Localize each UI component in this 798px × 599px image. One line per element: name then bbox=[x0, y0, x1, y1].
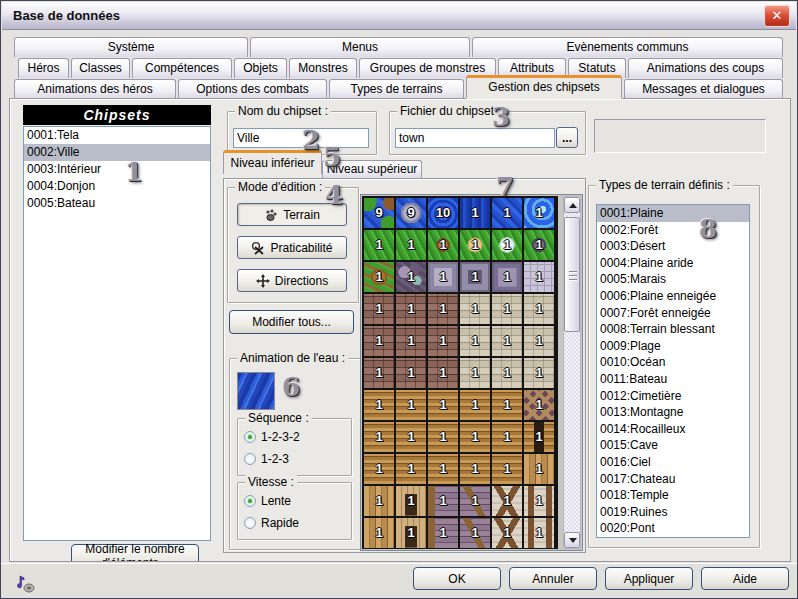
list-item-0009-plage[interactable]: 0009:Plage bbox=[597, 338, 749, 355]
list-item-0003-desert[interactable]: 0003:Désert bbox=[597, 238, 749, 255]
palette-tile-wood[interactable]: 1 bbox=[492, 454, 522, 484]
tab-options-des-combats[interactable]: Options des combats bbox=[178, 79, 327, 98]
tab-classes[interactable]: Classes bbox=[71, 58, 130, 78]
palette-tile-wood[interactable]: 1 bbox=[460, 422, 490, 452]
list-item-0012-cimetiere[interactable]: 0012:Cimetière bbox=[597, 388, 749, 405]
palette-tile-grass[interactable]: 1 bbox=[364, 230, 394, 260]
palette-tile-wood[interactable]: 1 bbox=[364, 390, 394, 420]
palette-tile-pave-gray[interactable]: 1 bbox=[428, 262, 458, 292]
palette-tile-wood[interactable]: 1 bbox=[460, 390, 490, 420]
tab-objets[interactable]: Objets bbox=[234, 58, 287, 78]
palette-tile-stone-light[interactable]: 1 bbox=[460, 358, 490, 388]
palette-tile-stone-light[interactable]: 1 bbox=[524, 294, 554, 324]
palette-tile-stone-light[interactable]: 1 bbox=[460, 294, 490, 324]
palette-tile-wood[interactable]: 1 bbox=[460, 454, 490, 484]
list-item-0001-plaine[interactable]: 0001:Plaine bbox=[597, 205, 749, 222]
list-item-0007-foret-enneigee[interactable]: 0007:Forêt enneigée bbox=[597, 305, 749, 322]
tab-systeme[interactable]: Système bbox=[14, 37, 248, 57]
radio-sequence-1-2-3-2[interactable]: 1-2-3-2 bbox=[244, 430, 300, 444]
palette-tile-brick-violet2[interactable]: 1 bbox=[460, 486, 490, 516]
palette-tile-wood[interactable]: 1 bbox=[364, 422, 394, 452]
list-item-0004-donjon[interactable]: 0004:Donjon bbox=[24, 178, 210, 195]
palette-tile-water-swirl[interactable]: 1 bbox=[524, 198, 554, 228]
list-item-0002-foret[interactable]: 0002:Forêt bbox=[597, 222, 749, 239]
palette-tile-water-pier[interactable]: 9 bbox=[396, 198, 426, 228]
palette-tile-plank-door[interactable]: 1 bbox=[396, 486, 426, 516]
palette-tile-stucco-beam[interactable]: 1 bbox=[524, 518, 554, 548]
scrollbar-thumb[interactable] bbox=[564, 217, 580, 332]
tab-gestion-des-chipsets[interactable]: Gestion des chipsets bbox=[466, 75, 622, 98]
palette-tile-stone-light[interactable]: 1 bbox=[460, 326, 490, 356]
palette-tile-pave-light[interactable]: 1 bbox=[524, 262, 554, 292]
list-item-0010-ocean[interactable]: 0010:Océan bbox=[597, 354, 749, 371]
tab-animations-des-heros[interactable]: Animations des héros bbox=[14, 79, 176, 98]
directions-mode-button[interactable]: Directions bbox=[237, 269, 347, 292]
tab-evenements-communs[interactable]: Evènements communs bbox=[472, 37, 783, 57]
palette-tile-wood[interactable]: 1 bbox=[428, 454, 458, 484]
palette-tile-wood-gap[interactable]: 1 bbox=[524, 422, 554, 452]
list-item-0008-terrain-blessant[interactable]: 0008:Terrain blessant bbox=[597, 321, 749, 338]
palette-scrollbar[interactable] bbox=[563, 196, 581, 549]
palette-tile-stone-light[interactable]: 1 bbox=[492, 294, 522, 324]
palette-tile-brick-violet2[interactable]: 1 bbox=[460, 518, 490, 548]
palette-tile-wood[interactable]: 1 bbox=[396, 454, 426, 484]
scroll-down-button[interactable] bbox=[564, 532, 580, 548]
palette-tile-brick-brown[interactable]: 1 bbox=[396, 294, 426, 324]
palette-tile-wood[interactable]: 1 bbox=[364, 454, 394, 484]
palette-tile-brick-violet[interactable]: 1 bbox=[428, 486, 458, 516]
tab-niveau-superieur[interactable]: Niveau supérieur bbox=[322, 160, 422, 178]
list-item-0011-bateau[interactable]: 0011:Bateau bbox=[597, 371, 749, 388]
list-item-0003-interieur[interactable]: 0003:Intérieur bbox=[24, 161, 210, 178]
palette-tile-wood[interactable]: 1 bbox=[492, 422, 522, 452]
palette-tile-water-deep[interactable]: 10 bbox=[428, 198, 458, 228]
palette-tile-brick-brown[interactable]: 1 bbox=[364, 326, 394, 356]
palette-tile-grass[interactable]: 1 bbox=[396, 230, 426, 260]
modify-all-button[interactable]: Modifier tous... bbox=[229, 310, 354, 334]
radio-sequence-1-2-3[interactable]: 1-2-3 bbox=[244, 452, 289, 466]
palette-tile-water-shore[interactable]: 9 bbox=[364, 198, 394, 228]
chipset-file-input[interactable] bbox=[395, 128, 555, 148]
palette-tile-brick-brown[interactable]: 1 bbox=[428, 326, 458, 356]
palette-tile-dirt-grass[interactable]: 1 bbox=[364, 262, 394, 292]
close-button[interactable]: ✕ bbox=[764, 5, 790, 27]
palette-tile-wood[interactable]: 1 bbox=[492, 390, 522, 420]
list-item-0020-pont[interactable]: 0020:Pont bbox=[597, 520, 749, 537]
browse-button[interactable]: ... bbox=[556, 127, 578, 148]
tab-animations-des-coups[interactable]: Animations des coups bbox=[628, 58, 783, 78]
list-item-0014-rocailleux[interactable]: 0014:Rocailleux bbox=[597, 421, 749, 438]
palette-tile-water-dark[interactable]: 1 bbox=[460, 198, 490, 228]
annuler-button[interactable]: Annuler bbox=[509, 567, 597, 590]
palette-tile-plank-vert[interactable]: 1 bbox=[364, 486, 394, 516]
tab-heros[interactable]: Héros bbox=[18, 58, 69, 78]
tab-types-de-terrains[interactable]: Types de terrains bbox=[329, 79, 464, 98]
tab-menus[interactable]: Menus bbox=[250, 37, 470, 57]
palette-tile-timber-diag[interactable]: 1 bbox=[492, 518, 522, 548]
palette-tile-brick-brown[interactable]: 1 bbox=[364, 358, 394, 388]
tab-competences[interactable]: Compétences bbox=[132, 58, 232, 78]
palette-tile-plank-vert[interactable]: 1 bbox=[364, 518, 394, 548]
palette-tile-stone-light[interactable]: 1 bbox=[492, 326, 522, 356]
palette-tile-brick-violet[interactable]: 1 bbox=[428, 518, 458, 548]
radio-speed-lente[interactable]: Lente bbox=[244, 494, 291, 508]
list-item-0006-plaine-enneigee[interactable]: 0006:Plaine enneigée bbox=[597, 288, 749, 305]
palette-tile-stone-light[interactable]: 1 bbox=[524, 326, 554, 356]
palette-tile-wood[interactable]: 1 bbox=[428, 422, 458, 452]
palette-tile-stone-light[interactable]: 1 bbox=[524, 358, 554, 388]
palette-tile-grass-dirt[interactable]: 1 bbox=[428, 230, 458, 260]
list-item-0017-chateau[interactable]: 0017:Chateau bbox=[597, 471, 749, 488]
palette-tile-wood-lattice[interactable]: 1 bbox=[524, 390, 554, 420]
appliquer-button[interactable]: Appliquer bbox=[605, 567, 693, 590]
tab-monstres[interactable]: Monstres bbox=[289, 58, 357, 78]
palette-tile-brick-brown[interactable]: 1 bbox=[428, 294, 458, 324]
list-item-0013-montagne[interactable]: 0013:Montagne bbox=[597, 404, 749, 421]
palette-tile-pave-gray2[interactable]: 1 bbox=[460, 262, 490, 292]
passability-mode-button[interactable]: Praticabilité bbox=[237, 236, 347, 259]
palette-tile-timber-diag[interactable]: 1 bbox=[492, 486, 522, 516]
palette-tile-stone-light[interactable]: 1 bbox=[492, 358, 522, 388]
palette-tile-rocks-purple[interactable]: 1 bbox=[396, 262, 426, 292]
ok-button[interactable]: OK bbox=[413, 567, 501, 590]
scroll-up-button[interactable] bbox=[564, 197, 580, 213]
list-item-0005-marais[interactable]: 0005:Marais bbox=[597, 271, 749, 288]
list-item-0015-cave[interactable]: 0015:Cave bbox=[597, 437, 749, 454]
palette-tile-wood[interactable]: 1 bbox=[396, 390, 426, 420]
